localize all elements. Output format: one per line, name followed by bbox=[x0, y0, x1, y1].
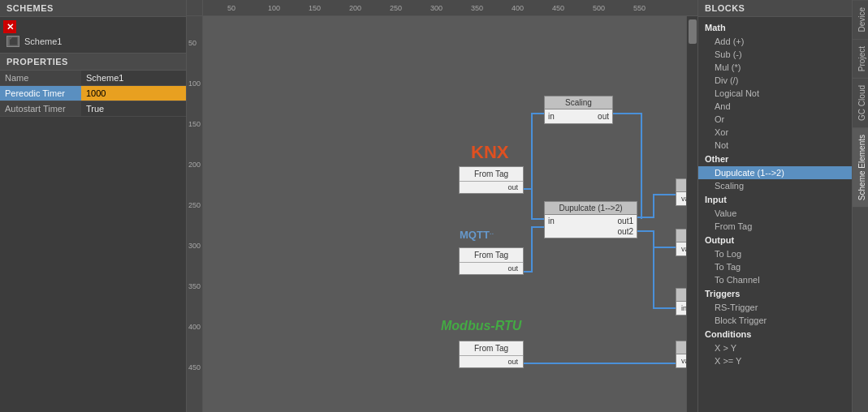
delete-scheme-button[interactable]: ✕ bbox=[3, 20, 16, 33]
block-to-channel-2-title: To Channel bbox=[676, 230, 686, 242]
block-from-tag-item[interactable]: From Tag bbox=[698, 220, 852, 233]
category-triggers[interactable]: Triggers bbox=[698, 286, 852, 301]
block-from-tag-3[interactable]: From Tag out bbox=[459, 341, 524, 368]
category-output[interactable]: Output bbox=[698, 233, 852, 247]
properties-table: Name Scheme1 Pereodic Timer 1000 Autosta… bbox=[0, 71, 186, 117]
main-canvas-area: 50 100 150 200 250 300 350 400 450 500 5… bbox=[187, 0, 697, 412]
ruler-50: 50 bbox=[227, 4, 235, 12]
block-to-channel-1-port-value: value bbox=[676, 192, 686, 205]
block-or[interactable]: Or bbox=[698, 113, 852, 126]
block-from-tag-1-out: out bbox=[460, 181, 523, 193]
block-to-channel-3-port-value: value bbox=[676, 354, 686, 367]
scrollbar-thumb[interactable] bbox=[689, 19, 697, 44]
ruler-200: 200 bbox=[349, 4, 361, 12]
schemes-header: SCHEMES bbox=[0, 0, 186, 17]
block-to-channel-3-title: To Channel bbox=[676, 341, 686, 354]
ruler-250: 250 bbox=[390, 4, 402, 12]
ruler-400: 400 bbox=[512, 4, 524, 12]
block-add[interactable]: Add (+) bbox=[698, 35, 852, 48]
block-to-channel-1-title: To Channel bbox=[676, 179, 686, 192]
ruler-left-200: 200 bbox=[188, 161, 201, 169]
block-scaling-item[interactable]: Scaling bbox=[698, 179, 852, 192]
tab-device[interactable]: Device bbox=[853, 0, 868, 39]
prop-value-autostart: True bbox=[81, 101, 186, 116]
block-to-channel-1[interactable]: To Channel value bbox=[676, 178, 686, 206]
blocks-list: Math Add (+) Sub (-) Mul (*) Div (/) Log… bbox=[698, 17, 852, 412]
vertical-scrollbar[interactable] bbox=[686, 16, 697, 412]
block-mul[interactable]: Mul (*) bbox=[698, 61, 852, 74]
block-to-channel-3[interactable]: To Channel value bbox=[676, 341, 686, 368]
block-from-tag-2-out: out bbox=[460, 262, 523, 274]
prop-label-name: Name bbox=[0, 71, 81, 85]
ruler-left-400: 400 bbox=[188, 323, 201, 331]
block-duplicate-port-out2: out2 bbox=[618, 227, 633, 236]
block-from-tag-1[interactable]: From Tag out bbox=[459, 166, 524, 194]
scheme-icon: ⬛ bbox=[6, 36, 19, 47]
block-to-tag-item[interactable]: To Tag bbox=[698, 260, 852, 273]
block-to-channel-2-port-value: value bbox=[676, 242, 686, 255]
prop-row-autostart: Autostart Timer True bbox=[0, 101, 186, 117]
prop-label-autostart: Autostart Timer bbox=[0, 101, 81, 116]
block-x-gte-y[interactable]: X >= Y bbox=[698, 354, 852, 367]
block-duplicate-port-in: in bbox=[548, 217, 555, 225]
left-panel: SCHEMES ✕ ⬛ Scheme1 PROPERTIES Name Sche… bbox=[0, 0, 187, 412]
block-duplicate[interactable]: Dupulcate (1-->2) in out1 out2 bbox=[544, 201, 637, 238]
block-duplicate-port-out1: out1 bbox=[618, 217, 633, 225]
block-duplicate-item[interactable]: Dupulcate (1-->2) bbox=[698, 166, 852, 179]
block-to-tag[interactable]: To Tag in bbox=[676, 288, 686, 315]
side-tabs: Device Project GC Cloud Scheme Elements bbox=[852, 0, 868, 412]
block-div[interactable]: Div (/) bbox=[698, 74, 852, 87]
scheme-item[interactable]: ⬛ Scheme1 bbox=[3, 33, 183, 49]
block-to-channel-2[interactable]: To Channel value bbox=[676, 229, 686, 256]
tab-project[interactable]: Project bbox=[853, 39, 868, 78]
ruler-left: 50 100 150 200 250 300 350 400 450 bbox=[187, 16, 203, 412]
block-from-tag-2-label: From Tag bbox=[460, 248, 523, 262]
block-x-gt-y[interactable]: X > Y bbox=[698, 341, 852, 354]
block-value[interactable]: Value bbox=[698, 207, 852, 220]
category-input[interactable]: Input bbox=[698, 192, 852, 207]
scheme-label: Scheme1 bbox=[24, 36, 62, 46]
mqtt-logo: MQTT.. bbox=[460, 227, 494, 241]
category-conditions[interactable]: Conditions bbox=[698, 327, 852, 341]
tab-scheme-elements[interactable]: Scheme Elements bbox=[853, 127, 868, 207]
block-to-channel-item[interactable]: To Channel bbox=[698, 273, 852, 286]
block-and[interactable]: And bbox=[698, 100, 852, 113]
block-from-tag-3-label: From Tag bbox=[460, 341, 523, 355]
modbus-logo: Modbus-RTU bbox=[441, 319, 521, 333]
canvas-wrapper: 50 100 150 200 250 300 350 400 450 bbox=[187, 16, 697, 412]
block-not[interactable]: Not bbox=[698, 139, 852, 152]
ruler-left-350: 350 bbox=[188, 282, 201, 290]
ruler-500: 500 bbox=[593, 4, 605, 12]
prop-row-name: Name Scheme1 bbox=[0, 71, 186, 86]
category-other[interactable]: Other bbox=[698, 152, 852, 166]
block-scaling-port-out: out bbox=[598, 112, 609, 121]
ruler-550: 550 bbox=[633, 4, 646, 12]
category-math[interactable]: Math bbox=[698, 20, 852, 35]
properties-header: PROPERTIES bbox=[0, 54, 186, 71]
block-from-tag-2[interactable]: From Tag out bbox=[459, 247, 524, 275]
block-from-tag-3-out: out bbox=[460, 355, 523, 367]
ruler-left-300: 300 bbox=[188, 242, 201, 250]
prop-value-timer[interactable]: 1000 bbox=[81, 86, 186, 101]
block-from-tag-1-label: From Tag bbox=[460, 167, 523, 181]
schemes-section: SCHEMES ✕ ⬛ Scheme1 bbox=[0, 0, 186, 54]
ruler-left-250: 250 bbox=[188, 201, 201, 209]
block-scaling[interactable]: Scaling in out bbox=[544, 96, 613, 124]
right-panel: BLOCKS Math Add (+) Sub (-) Mul (*) Div … bbox=[697, 0, 868, 412]
block-duplicate-title: Dupulcate (1-->2) bbox=[545, 202, 637, 215]
block-rs-trigger[interactable]: RS-Trigger bbox=[698, 301, 852, 314]
block-to-log[interactable]: To Log bbox=[698, 247, 852, 260]
block-logical-not[interactable]: Logical Not bbox=[698, 87, 852, 100]
canvas-scroll-area[interactable]: Scaling in out KNX From Tag out Dupulcat… bbox=[203, 16, 686, 412]
ruler-top: 50 100 150 200 250 300 350 400 450 500 5… bbox=[187, 0, 697, 16]
block-block-trigger[interactable]: Block Trigger bbox=[698, 314, 852, 327]
block-sub[interactable]: Sub (-) bbox=[698, 48, 852, 61]
block-xor[interactable]: Xor bbox=[698, 126, 852, 139]
ruler-300: 300 bbox=[430, 4, 443, 12]
ruler-left-150: 150 bbox=[188, 120, 201, 128]
knx-logo: KNX bbox=[471, 142, 508, 163]
schemes-list: ✕ ⬛ Scheme1 bbox=[0, 17, 186, 53]
block-scaling-title: Scaling bbox=[545, 97, 612, 109]
ruler-350: 350 bbox=[471, 4, 483, 12]
tab-gc-cloud[interactable]: GC Cloud bbox=[853, 78, 868, 127]
